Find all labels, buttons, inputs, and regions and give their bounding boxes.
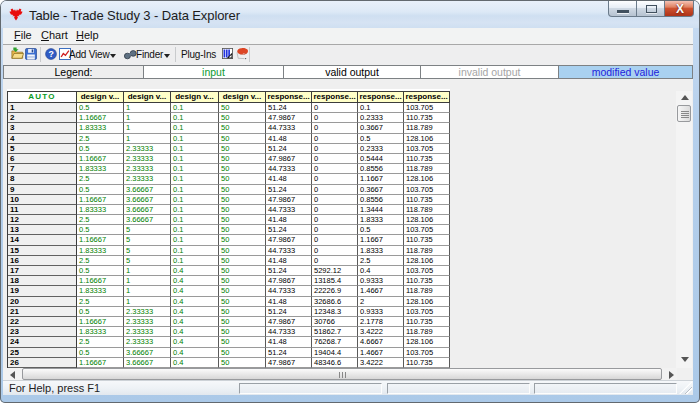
svg-text:?: ? (48, 49, 53, 59)
